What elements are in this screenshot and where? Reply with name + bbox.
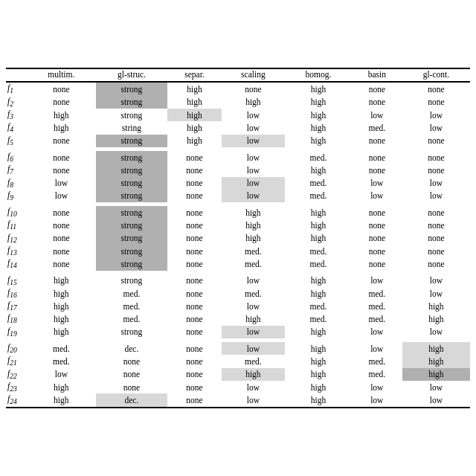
cell-f7-5: none: [352, 164, 402, 176]
table-row: f13nonestrongnonemed.med.nonenone: [6, 245, 470, 257]
cell-f18-0: high: [27, 312, 96, 325]
cell-f18-4: med.: [285, 312, 352, 325]
cell-f7-1: strong: [96, 164, 168, 176]
cell-f15-3: low: [222, 274, 285, 287]
cell-f16-2: none: [167, 287, 221, 300]
table-row: f4highstringhighlowhighmed.low: [6, 121, 470, 134]
row-label-f1₁: f11: [6, 219, 27, 231]
cell-f12-2: none: [167, 232, 221, 245]
cell-f23-1: none: [96, 381, 168, 393]
row-label-f2: f2: [6, 96, 27, 109]
cell-f11-3: high: [222, 219, 285, 231]
cell-f9-3: low: [222, 190, 285, 202]
table-row: f17highmed.nonelowmed.med.high: [6, 300, 470, 312]
cell-f5-4: high: [285, 135, 352, 147]
cell-f14-3: med.: [222, 257, 285, 270]
table-row: f6nonestrongnonelowmed.nonenone: [6, 151, 470, 164]
row-label-f24: f24: [6, 393, 27, 407]
table-row: f16highmed.nonemed.highmed.low: [6, 287, 470, 300]
cell-f9-1: strong: [96, 190, 168, 202]
row-label-f12: f12: [6, 232, 27, 245]
cell-f14-4: med.: [285, 257, 352, 270]
cell-f24-4: high: [285, 393, 352, 407]
cell-f19-6: low: [402, 326, 470, 338]
table-row: f12nonestrongnonehighhighnonenone: [6, 232, 470, 245]
table-row: f2nonestronghighhighhighnonenone: [6, 96, 470, 109]
cell-f21-1: none: [96, 355, 168, 367]
cell-f17-0: high: [27, 300, 96, 312]
row-label-f17: f17: [6, 300, 27, 312]
cell-f13-2: none: [167, 245, 221, 257]
cell-f11-6: none: [402, 219, 470, 231]
table-container: multim.gl-struc.separ.scalinghomog.basin…: [0, 60, 476, 415]
cell-f13-3: med.: [222, 245, 285, 257]
cell-f10-0: none: [27, 206, 96, 219]
cell-f6-6: none: [402, 151, 470, 164]
cell-f21-0: med.: [27, 355, 96, 367]
table-row: f20med.dec.nonelowhighlowhigh: [6, 342, 470, 355]
cell-f11-1: strong: [96, 219, 168, 231]
cell-f6-4: med.: [285, 151, 352, 164]
cell-f5-5: none: [352, 135, 402, 147]
cell-f3-0: high: [27, 109, 96, 121]
cell-f1-0: none: [27, 82, 96, 95]
cell-f10-2: none: [167, 206, 221, 219]
cell-f2-4: high: [285, 96, 352, 109]
table-row: f14nonestrongnonemed.med.nonenone: [6, 257, 470, 270]
cell-f24-1: dec.: [96, 393, 168, 407]
header-row: multim.gl-struc.separ.scalinghomog.basin…: [6, 68, 470, 82]
cell-f18-1: med.: [96, 312, 168, 325]
cell-f7-6: none: [402, 164, 470, 176]
table-row: f11nonestrongnonehighhighnonenone: [6, 219, 470, 231]
cell-f9-5: low: [352, 190, 402, 202]
row-label-f15: f15: [6, 274, 27, 287]
cell-f13-4: med.: [285, 245, 352, 257]
row-label-f10: f10: [6, 206, 27, 219]
cell-f2-6: none: [402, 96, 470, 109]
cell-f2-5: none: [352, 96, 402, 109]
cell-f24-2: none: [167, 393, 221, 407]
table-row: f24highdec.nonelowhighlowlow: [6, 393, 470, 407]
cell-f7-0: none: [27, 164, 96, 176]
cell-f12-5: none: [352, 232, 402, 245]
row-label-f20: f20: [6, 342, 27, 355]
table-row: f8lowstrongnonelowmed.lowlow: [6, 177, 470, 190]
cell-f14-0: none: [27, 257, 96, 270]
cell-f22-1: none: [96, 368, 168, 381]
cell-f7-2: none: [167, 164, 221, 176]
cell-f18-2: none: [167, 312, 221, 325]
table-row: f3highstronghighlowhighlowlow: [6, 109, 470, 121]
cell-f6-2: none: [167, 151, 221, 164]
row-label-f19: f19: [6, 326, 27, 338]
cell-f3-2: high: [167, 109, 221, 121]
cell-f16-4: high: [285, 287, 352, 300]
cell-f11-4: high: [285, 219, 352, 231]
cell-f4-5: med.: [352, 121, 402, 134]
cell-f19-0: high: [27, 326, 96, 338]
cell-f18-6: high: [402, 312, 470, 325]
row-label-f13: f13: [6, 245, 27, 257]
header-scaling: scaling: [222, 68, 285, 82]
cell-f13-6: none: [402, 245, 470, 257]
cell-f10-3: high: [222, 206, 285, 219]
cell-f15-4: high: [285, 274, 352, 287]
cell-f3-3: low: [222, 109, 285, 121]
cell-f3-4: high: [285, 109, 352, 121]
cell-f23-2: none: [167, 381, 221, 393]
cell-f17-6: high: [402, 300, 470, 312]
cell-f12-3: high: [222, 232, 285, 245]
cell-f3-5: low: [352, 109, 402, 121]
cell-f4-1: string: [96, 121, 168, 134]
cell-f20-2: none: [167, 342, 221, 355]
cell-f17-1: med.: [96, 300, 168, 312]
cell-f4-0: high: [27, 121, 96, 134]
cell-f16-6: low: [402, 287, 470, 300]
header-gl-cont: gl-cont.: [402, 68, 470, 82]
cell-f5-0: none: [27, 135, 96, 147]
cell-f8-4: med.: [285, 177, 352, 190]
cell-f12-6: none: [402, 232, 470, 245]
cell-f18-3: high: [222, 312, 285, 325]
row-label-f16: f16: [6, 287, 27, 300]
cell-f1-5: none: [352, 82, 402, 95]
cell-f19-3: low: [222, 326, 285, 338]
